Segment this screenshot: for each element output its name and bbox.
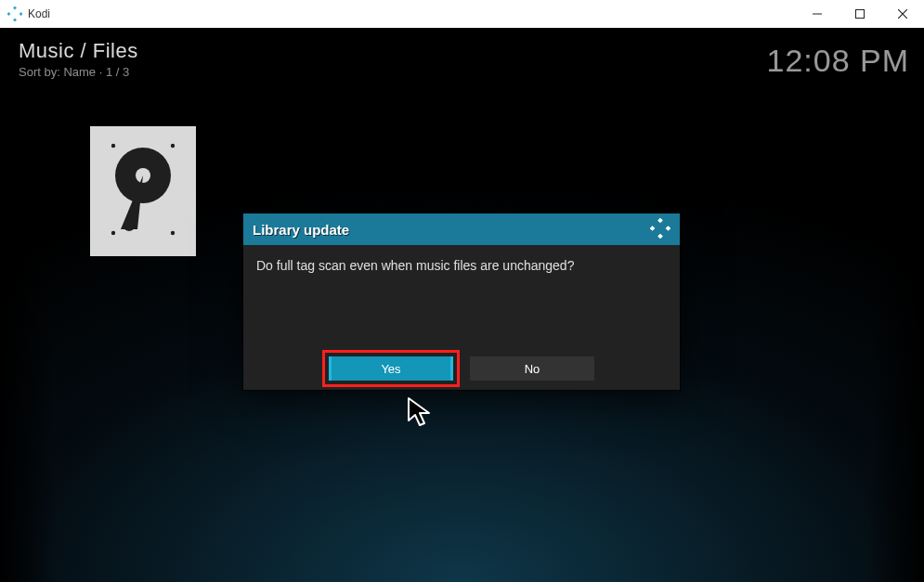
- svg-point-6: [111, 144, 115, 148]
- svg-rect-14: [657, 233, 663, 238]
- yes-button[interactable]: Yes: [329, 356, 453, 381]
- vignette-right: [868, 28, 924, 582]
- maximize-button[interactable]: [839, 0, 881, 28]
- library-update-dialog: Library update Do full tag scan even whe…: [243, 213, 680, 390]
- drive-tile[interactable]: [90, 126, 196, 256]
- window-title: Kodi: [28, 7, 50, 20]
- svg-point-12: [124, 220, 135, 231]
- cursor-icon: [407, 396, 435, 433]
- breadcrumb: Music / Files: [19, 39, 138, 63]
- svg-rect-0: [13, 6, 17, 9]
- separator-dot: ·: [99, 65, 106, 79]
- dialog-title: Library update: [253, 222, 349, 238]
- svg-rect-15: [650, 226, 655, 231]
- titlebar: Kodi: [0, 0, 924, 28]
- svg-rect-4: [856, 10, 865, 19]
- svg-rect-16: [666, 226, 670, 231]
- svg-point-7: [171, 144, 175, 148]
- svg-point-8: [111, 231, 115, 235]
- no-button[interactable]: No: [470, 356, 594, 381]
- dialog-buttons: Yes No: [243, 356, 680, 381]
- kodi-logo-icon: [7, 6, 22, 21]
- close-button[interactable]: [881, 0, 924, 28]
- content-area: Music / Files Sort by: Name · 1 / 3 12:0…: [0, 28, 924, 582]
- clock: 12:08 PM: [766, 43, 909, 79]
- svg-rect-3: [20, 12, 22, 16]
- list-position: 1 / 3: [106, 65, 129, 79]
- sort-label: Sort by: Name: [19, 65, 96, 79]
- dialog-header: Library update: [243, 213, 680, 245]
- app-window: Kodi Music / Files Sort by: Name · 1 / 3…: [0, 0, 924, 582]
- vignette-left: [0, 28, 56, 582]
- sort-line: Sort by: Name · 1 / 3: [19, 65, 129, 79]
- dialog-message: Do full tag scan even when music files a…: [243, 245, 680, 286]
- window-controls: [796, 0, 924, 28]
- svg-rect-2: [7, 12, 10, 16]
- svg-point-9: [171, 231, 175, 235]
- svg-rect-13: [657, 218, 663, 223]
- minimize-button[interactable]: [796, 0, 839, 28]
- svg-rect-1: [13, 19, 17, 21]
- hard-drive-icon: [106, 138, 180, 244]
- kodi-logo-icon: [650, 218, 670, 241]
